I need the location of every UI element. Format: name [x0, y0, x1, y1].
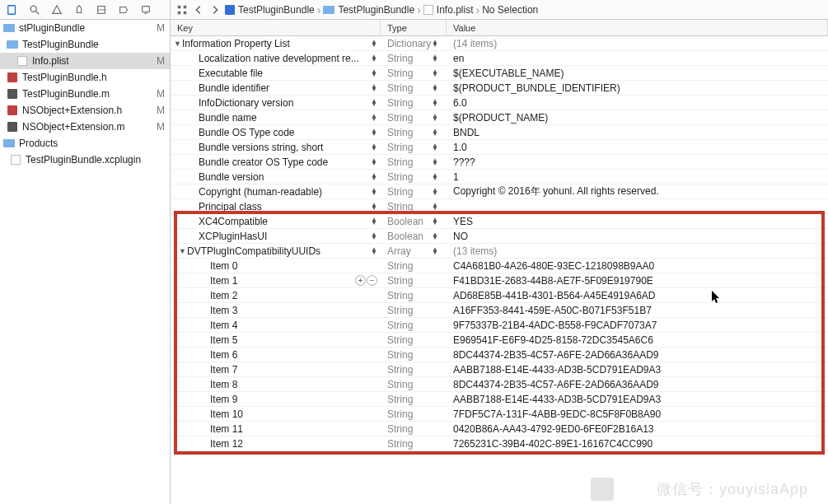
key-stepper-icon[interactable]: ▲▼ [371, 233, 377, 240]
plist-row[interactable]: Bundle OS Type code▲▼String▲▼BNDL [171, 125, 828, 140]
key-stepper-icon[interactable]: ▲▼ [371, 159, 377, 166]
debug-navigator-icon[interactable] [96, 4, 107, 16]
breadcrumb[interactable]: TestPluginBundleTestPluginBundleInfo.pli… [225, 3, 538, 16]
type-stepper-icon[interactable]: ▲▼ [432, 189, 438, 195]
tree-row[interactable]: Products [0, 135, 170, 152]
plist-row[interactable]: Executable file▲▼String▲▼$(EXECUTABLE_NA… [171, 66, 828, 81]
plist-row[interactable]: XC4Compatible▲▼Boolean▲▼YES [171, 214, 828, 229]
type-stepper-icon[interactable]: ▲▼ [432, 218, 438, 225]
plist-value-label[interactable]: 6.0 [447, 97, 828, 109]
plist-value-label[interactable]: $(PRODUCT_BUNDLE_IDENTIFIER) [447, 82, 828, 94]
plist-value-label[interactable]: Copyright © 2016年 yohunl. All rights res… [447, 184, 828, 198]
type-stepper-icon[interactable]: ▲▼ [432, 129, 438, 136]
file-tree[interactable]: stPluginBundleMTestPluginBundleInfo.plis… [0, 20, 170, 504]
tree-row[interactable]: TestPluginBundle.mM [0, 86, 170, 102]
plist-row[interactable]: Item 11String0420B86A-AA43-4792-9ED0-6FE… [171, 422, 828, 436]
plist-row[interactable]: Item 10String7FDF5C7A-131F-4ABB-9EDC-8C5… [171, 407, 828, 422]
report-navigator-icon[interactable] [140, 4, 152, 16]
plist-row[interactable]: Item 0StringC4A681B0-4A26-480E-93EC-1218… [171, 259, 828, 273]
add-row-icon[interactable]: + [355, 275, 366, 286]
plist-value-label[interactable]: 0420B86A-AA43-4792-9ED0-6FE0F2B16A13 [447, 423, 828, 435]
plist-row[interactable]: Principal class▲▼String▲▼ [171, 199, 828, 214]
plist-header-value[interactable]: Value [447, 20, 828, 35]
breadcrumb-segment[interactable]: TestPluginBundle [225, 4, 315, 16]
back-icon[interactable] [192, 3, 205, 16]
tree-row[interactable]: TestPluginBundle.xcplugin [0, 152, 170, 168]
plist-value-label[interactable]: 1 [447, 171, 828, 183]
key-stepper-icon[interactable]: ▲▼ [371, 70, 377, 77]
key-stepper-icon[interactable]: ▲▼ [371, 144, 377, 151]
plist-value-label[interactable]: 1.0 [447, 142, 828, 153]
plist-row[interactable]: Item 12String7265231C-39B4-402C-89E1-161… [171, 436, 828, 451]
plist-body[interactable]: ▼Information Property List▲▼Dictionary▲▼… [171, 36, 828, 451]
key-stepper-icon[interactable]: ▲▼ [371, 248, 377, 254]
plist-row[interactable]: Bundle creator OS Type code▲▼String▲▼???… [171, 155, 828, 170]
type-stepper-icon[interactable]: ▲▼ [432, 233, 438, 240]
related-items-icon[interactable] [175, 3, 189, 16]
plist-row[interactable]: InfoDictionary version▲▼String▲▼6.0 [171, 96, 828, 110]
plist-row[interactable]: Bundle name▲▼String▲▼$(PRODUCT_NAME) [171, 110, 828, 125]
tree-row[interactable]: NSObject+Extension.mM [0, 119, 170, 135]
plist-row[interactable]: Item 6String8DC44374-2B35-4C57-A6FE-2AD6… [171, 348, 828, 362]
plist-value-label[interactable]: 7FDF5C7A-131F-4ABB-9EDC-8C5F8F0B8A90 [447, 408, 828, 420]
type-stepper-icon[interactable]: ▲▼ [432, 85, 438, 91]
plist-value-label[interactable]: A16FF353-8441-459E-A50C-B071F53F51B7 [447, 305, 828, 316]
key-stepper-icon[interactable]: ▲▼ [371, 100, 377, 106]
key-stepper-icon[interactable]: ▲▼ [371, 189, 377, 195]
plist-value-label[interactable]: (13 items) [447, 245, 828, 257]
type-stepper-icon[interactable]: ▲▼ [432, 114, 438, 121]
plist-row[interactable]: Bundle identifier▲▼String▲▼$(PRODUCT_BUN… [171, 81, 828, 96]
key-stepper-icon[interactable]: ▲▼ [371, 174, 377, 180]
plist-value-label[interactable]: C4A681B0-4A26-480E-93EC-1218098B9AA0 [447, 260, 828, 272]
remove-row-icon[interactable]: − [367, 275, 377, 286]
plist-row[interactable]: Copyright (human-readable)▲▼String▲▼Copy… [171, 184, 828, 199]
plist-value-label[interactable]: en [447, 53, 828, 64]
test-navigator-icon[interactable] [73, 4, 85, 16]
plist-row[interactable]: Item 9StringAABB7188-E14E-4433-AD3B-5CD7… [171, 392, 828, 407]
key-stepper-icon[interactable]: ▲▼ [371, 129, 377, 136]
plist-header-type[interactable]: Type [381, 20, 447, 35]
type-stepper-icon[interactable]: ▲▼ [432, 55, 438, 62]
plist-row[interactable]: XCPluginHasUI▲▼Boolean▲▼NO [171, 229, 828, 244]
plist-row[interactable]: ▼Information Property List▲▼Dictionary▲▼… [171, 36, 828, 51]
plist-value-label[interactable]: AD68E85B-441B-4301-B564-A45E4919A6AD [447, 290, 828, 301]
breadcrumb-segment[interactable]: TestPluginBundle [323, 4, 414, 16]
key-stepper-icon[interactable]: ▲▼ [371, 40, 377, 47]
plist-row[interactable]: Item 4String9F75337B-21B4-4ADC-B558-F9CA… [171, 318, 828, 333]
search-icon[interactable] [29, 4, 40, 16]
plist-row[interactable]: Localization native development re...▲▼S… [171, 51, 828, 66]
disclosure-triangle-icon[interactable]: ▼ [179, 247, 187, 255]
plist-header-key[interactable]: Key [171, 20, 381, 35]
key-stepper-icon[interactable]: ▲▼ [371, 114, 377, 121]
plist-value-label[interactable]: E969541F-E6F9-4D25-8158-72DC3545A6C6 [447, 334, 828, 346]
plist-value-label[interactable]: 9F75337B-21B4-4ADC-B558-F9CADF7073A7 [447, 320, 828, 331]
plist-value-label[interactable]: ???? [447, 156, 828, 168]
plist-value-label[interactable]: F41BD31E-2683-44B8-AE7F-5F09E919790E [447, 275, 828, 287]
breakpoint-navigator-icon[interactable] [118, 4, 129, 16]
type-stepper-icon[interactable]: ▲▼ [432, 144, 438, 151]
tree-row[interactable]: TestPluginBundle.h [0, 69, 170, 86]
tree-row[interactable]: NSObject+Extension.hM [0, 102, 170, 119]
plist-row[interactable]: Bundle versions string, short▲▼String▲▼1… [171, 140, 828, 155]
type-stepper-icon[interactable]: ▲▼ [432, 100, 438, 106]
key-stepper-icon[interactable]: ▲▼ [371, 85, 377, 91]
warning-icon[interactable] [51, 4, 63, 16]
plist-value-label[interactable]: AABB7188-E14E-4433-AD3B-5CD791EAD9A3 [447, 394, 828, 405]
plist-row[interactable]: Item 7StringAABB7188-E14E-4433-AD3B-5CD7… [171, 362, 828, 377]
breadcrumb-segment[interactable]: Info.plist [423, 4, 474, 16]
type-stepper-icon[interactable]: ▲▼ [432, 40, 438, 47]
plist-value-label[interactable]: 8DC44374-2B35-4C57-A6FE-2AD66A36AAD9 [447, 379, 828, 390]
plist-row[interactable]: Item 8String8DC44374-2B35-4C57-A6FE-2AD6… [171, 377, 828, 392]
type-stepper-icon[interactable]: ▲▼ [432, 70, 438, 77]
plist-value-label[interactable]: NO [447, 231, 828, 242]
type-stepper-icon[interactable]: ▲▼ [432, 203, 438, 210]
tree-row[interactable]: Info.plistM [0, 53, 170, 69]
plist-value-label[interactable]: YES [447, 216, 828, 227]
plist-value-label[interactable]: $(EXECUTABLE_NAME) [447, 68, 828, 79]
plist-row[interactable]: Item 5StringE969541F-E6F9-4D25-8158-72DC… [171, 333, 828, 348]
plist-row[interactable]: Bundle version▲▼String▲▼1 [171, 170, 828, 184]
plist-value-label[interactable]: (14 items) [447, 38, 828, 49]
breadcrumb-segment[interactable]: No Selection [482, 4, 538, 16]
file-navigator-icon[interactable] [7, 4, 18, 16]
type-stepper-icon[interactable]: ▲▼ [432, 159, 438, 166]
